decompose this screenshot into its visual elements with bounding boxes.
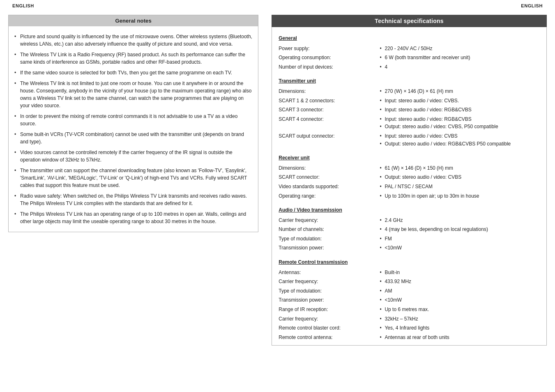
row-key: SCART connector:	[276, 173, 377, 182]
list-item: Antennas at rear of both units	[380, 334, 540, 341]
header-right-label: ENGLISH	[521, 3, 543, 8]
list-item: Yes, 4 Infrared lights	[380, 324, 540, 332]
row-key: Carrier frequency:	[276, 216, 377, 225]
content-area: General notes Picture and sound quality …	[0, 11, 555, 354]
row-value: 6 W (both transmitter and receiver unit)	[377, 53, 542, 62]
table-row: Antennas:Built-in	[276, 268, 542, 277]
row-key: Remote control antenna:	[276, 333, 377, 342]
row-value: Yes, 4 Infrared lights	[377, 323, 542, 333]
row-value: 270 (W) × 146 (D) × 61 (H) mm	[377, 87, 542, 96]
list-item: Up to 6 metres max.	[380, 306, 540, 314]
row-value: <10mW	[377, 243, 542, 253]
row-key: Number of channels:	[276, 225, 377, 234]
list-item: Output: stereo audio / video: RGB&CVBS P…	[380, 140, 540, 148]
row-key: SCART 3 connector:	[276, 105, 377, 115]
table-row: Power supply:220 - 240V AC / 50Hz	[276, 44, 542, 53]
list-item: Radio wave safety: When switched on, the…	[14, 191, 252, 209]
bullet-list: Picture and sound quality is influenced …	[14, 31, 252, 227]
row-value: 32kHz – 57kHz	[377, 314, 542, 324]
table-row: Type of modulation:FM	[276, 234, 542, 244]
tech-spec-body: GeneralPower supply:220 - 240V AC / 50Hz…	[272, 27, 547, 346]
list-item: 4	[380, 63, 540, 71]
row-value: Antennas at rear of both units	[377, 333, 542, 342]
list-item: Some built-in VCRs (TV-VCR combination) …	[14, 129, 252, 147]
table-row: SCART output connector:Input: stereo aud…	[276, 131, 542, 148]
subsection-label: Audio / Video transmission	[279, 203, 540, 215]
row-value: <10mW	[377, 295, 542, 305]
table-row: Range of IR reception:Up to 6 metres max…	[276, 305, 542, 314]
row-key: Carrier frequency:	[276, 277, 377, 286]
list-item: If the same video source is selected for…	[14, 67, 252, 78]
row-value: Input: stereo audio / video: CVBS.	[377, 96, 542, 106]
header-bar: ENGLISH ENGLISH	[0, 0, 555, 11]
table-row: Number of channels:4 (may be less, depen…	[276, 225, 542, 234]
general-notes-title: General notes	[9, 15, 258, 26]
row-key: Type of modulation:	[276, 286, 377, 296]
row-value: 433.92 MHz	[377, 277, 542, 286]
row-key: Power supply:	[276, 44, 377, 53]
table-row: Dimensions:270 (W) × 146 (D) × 61 (H) mm	[276, 87, 542, 96]
list-item: Picture and sound quality is influenced …	[14, 31, 252, 49]
list-item: Output: stereo audio / video: CVBS	[380, 173, 540, 181]
list-item: <10mW	[380, 244, 540, 252]
list-item: 2.4 GHz	[380, 217, 540, 224]
row-key: SCART 4 connector:	[276, 115, 377, 131]
list-item: The Philips Wireless TV Link has an oper…	[14, 209, 252, 227]
list-item: 32kHz – 57kHz	[380, 315, 540, 323]
table-row: SCART 1 & 2 connectors:Input: stereo aud…	[276, 96, 542, 106]
list-item: Output: stereo audio / video: CVBS, P50 …	[380, 123, 540, 131]
subsection-label: Receiver unit	[279, 151, 540, 163]
list-item: Video sources cannot be controlled remot…	[14, 147, 252, 165]
list-item: The transmitter unit can support the cha…	[14, 165, 252, 191]
list-item: The Wireless TV Link is a Radio Frequenc…	[14, 49, 252, 67]
list-item: The Wireless TV link is not limited to j…	[14, 78, 252, 111]
table-row: SCART connector:Output: stereo audio / v…	[276, 173, 542, 182]
table-row: Video standards supported:PAL / NTSC / S…	[276, 182, 542, 191]
row-value: AM	[377, 286, 542, 296]
list-item: Input: stereo audio / video: RGB&CVBS	[380, 115, 540, 123]
right-column: Technical specifications GeneralPower su…	[267, 15, 547, 346]
list-item: FM	[380, 235, 540, 243]
list-item: PAL / NTSC / SECAM	[380, 183, 540, 191]
row-key: Number of input devices:	[276, 62, 377, 72]
list-item: 220 - 240V AC / 50Hz	[380, 45, 540, 53]
row-key: Range of IR reception:	[276, 305, 377, 314]
table-row: SCART 3 connector:Input: stereo audio / …	[276, 105, 542, 115]
tech-spec-content: GeneralPower supply:220 - 240V AC / 50Hz…	[272, 27, 546, 345]
row-value: Output: stereo audio / video: CVBS	[377, 173, 542, 182]
list-item: 270 (W) × 146 (D) × 61 (H) mm	[380, 88, 540, 95]
list-item: 6 W (both transmitter and receiver unit)	[380, 54, 540, 62]
list-item: In order to prevent the mixing of remote…	[14, 111, 252, 129]
list-item: AM	[380, 287, 540, 295]
row-value: PAL / NTSC / SECAM	[377, 182, 542, 191]
table-row: Type of modulation:AM	[276, 286, 542, 296]
table-row: Carrier frequency:32kHz – 57kHz	[276, 314, 542, 324]
left-column: General notes Picture and sound quality …	[8, 15, 267, 346]
table-row: Operating consumption:6 W (both transmit…	[276, 53, 542, 62]
row-key: Antennas:	[276, 268, 377, 277]
table-row: Transmission power:<10mW	[276, 243, 542, 253]
row-value: FM	[377, 234, 542, 244]
row-key: Video standards supported:	[276, 182, 377, 191]
row-key: Dimensions:	[276, 164, 377, 173]
table-row: Operating range:Up to 100m in open air; …	[276, 191, 542, 201]
list-item: Input: stereo audio / video: RGB&CVBS	[380, 106, 540, 114]
row-value: 220 - 240V AC / 50Hz	[377, 44, 542, 53]
row-value: Built-in	[377, 268, 542, 277]
list-item: Up to 100m in open air; up to 30m in hou…	[380, 192, 540, 200]
row-key: Carrier frequency:	[276, 314, 377, 324]
row-key: Operating range:	[276, 191, 377, 201]
row-value: 4	[377, 62, 542, 72]
general-notes-box: General notes Picture and sound quality …	[8, 15, 258, 232]
row-value: Up to 100m in open air; up to 30m in hou…	[377, 191, 542, 201]
table-row: Remote control antenna:Antennas at rear …	[276, 333, 542, 342]
tech-spec-title: Technical specifications	[272, 15, 547, 27]
subsection-label: Remote Control transmission	[279, 255, 540, 267]
table-row: Transmission power:<10mW	[276, 295, 542, 305]
list-item: Built-in	[380, 269, 540, 277]
list-item: <10mW	[380, 296, 540, 304]
tech-table: GeneralPower supply:220 - 240V AC / 50Hz…	[276, 30, 542, 342]
row-value: 61 (W) × 146 (D) × 150 (H) mm	[377, 164, 542, 173]
row-value: Input: stereo audio / video: RGB&CVBSOut…	[377, 115, 542, 131]
header-left-label: ENGLISH	[12, 3, 34, 8]
